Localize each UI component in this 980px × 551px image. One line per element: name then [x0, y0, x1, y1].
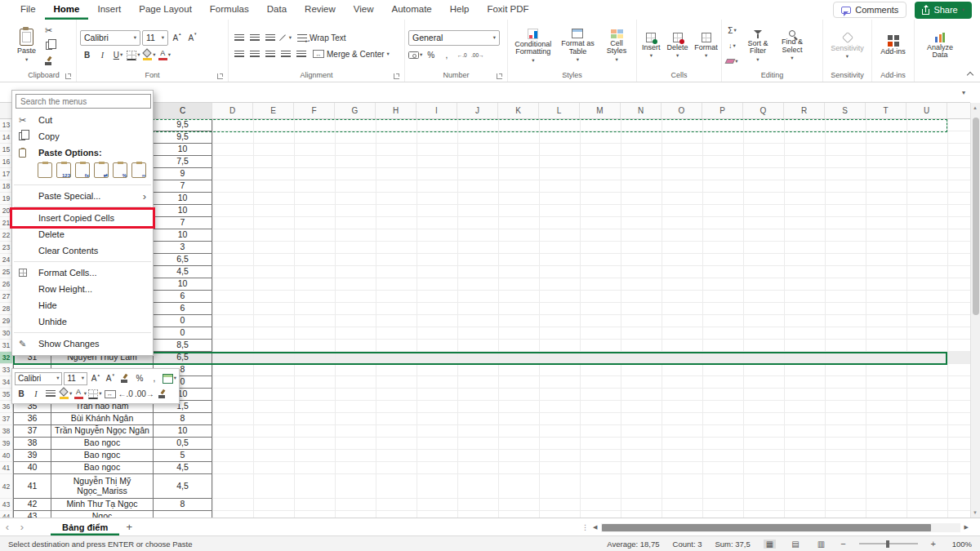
paste-link-button[interactable]: ∞ [131, 162, 146, 178]
cell-C22[interactable]: 10 [154, 229, 212, 242]
cell-C26[interactable]: 10 [154, 278, 212, 291]
column-header-L[interactable]: L [539, 103, 580, 118]
percent-style-button[interactable]: % [424, 49, 438, 62]
menu-item-cut[interactable]: ✂Cut [12, 112, 153, 128]
conditional-formatting-button[interactable]: Conditional Formatting▾ [511, 28, 555, 64]
mini-merge-button[interactable] [104, 388, 117, 401]
cell-C18[interactable]: 7 [154, 180, 212, 193]
row-header-44[interactable]: 44 [0, 511, 13, 518]
row-cells-filler[interactable] [212, 327, 970, 340]
dialog-launcher-icon[interactable] [394, 73, 399, 79]
cell-A44[interactable]: 43 [13, 511, 51, 518]
fill-color-button[interactable]: ▾ [142, 49, 156, 62]
italic-button[interactable]: I [96, 49, 109, 62]
cell-C40[interactable]: 5 [154, 450, 212, 462]
insert-cells-button[interactable]: Insert▾ [640, 32, 662, 60]
column-header-I[interactable]: I [416, 103, 457, 118]
row-cells-filler[interactable] [212, 119, 970, 131]
cell-C15[interactable]: 10 [154, 144, 212, 156]
ribbon-tab-data[interactable]: Data [258, 0, 296, 20]
cell-B43[interactable]: Minh Thư Tạ Ngọc [51, 499, 154, 511]
cell-C31[interactable]: 8,5 [154, 340, 212, 352]
row-cells-filler[interactable] [212, 340, 970, 352]
cell-C42[interactable]: 4,5 [154, 474, 212, 499]
scroll-right-icon[interactable]: ▶ [964, 524, 969, 531]
find-select-button[interactable]: Find & Select▾ [777, 29, 808, 61]
row-cells-filler[interactable] [212, 474, 970, 499]
menu-item-show-changes[interactable]: ✎Show Changes [12, 335, 153, 352]
menu-item-row-height[interactable]: Row Height... [12, 281, 153, 297]
format-as-table-button[interactable]: Format as Table▾ [559, 28, 598, 63]
cell-B39[interactable]: Bao ngoc [51, 438, 154, 450]
wrap-text-button[interactable]: Wrap Text [294, 33, 350, 43]
row-cells-filler[interactable] [212, 303, 970, 315]
cell-A42[interactable]: 41 [13, 474, 51, 499]
align-center-button[interactable] [247, 47, 261, 60]
ribbon-tab-page-layout[interactable]: Page Layout [130, 0, 201, 20]
zoom-level[interactable]: 100% [949, 540, 972, 549]
cell-C41[interactable]: 4,5 [154, 462, 212, 474]
ribbon-tab-home[interactable]: Home [45, 0, 89, 20]
column-header-S[interactable]: S [825, 103, 866, 118]
ribbon-tab-automate[interactable]: Automate [383, 0, 441, 20]
status-sum[interactable]: Sum: 37,5 [715, 540, 750, 549]
decrease-indent-button[interactable] [278, 47, 292, 60]
cell-C14[interactable]: 9,5 [154, 131, 212, 144]
dialog-launcher-icon[interactable] [497, 73, 502, 79]
cell-A43[interactable]: 42 [13, 499, 51, 511]
sheet-nav-next[interactable]: › [15, 521, 29, 533]
column-header-P[interactable]: P [702, 103, 743, 118]
align-left-button[interactable] [232, 47, 246, 60]
paste-values-button[interactable]: 123 [56, 162, 71, 178]
increase-indent-button[interactable] [294, 47, 308, 60]
cell-C17[interactable]: 9 [154, 168, 212, 180]
autosum-button[interactable]: Σ▾ [725, 24, 739, 37]
ribbon-tab-file[interactable]: File [11, 0, 45, 20]
zoom-in-button[interactable]: + [931, 539, 936, 549]
row-cells-filler[interactable] [212, 168, 970, 180]
column-header-R[interactable]: R [784, 103, 825, 118]
ribbon-tab-insert[interactable]: Insert [88, 0, 130, 20]
mini-font-color-button[interactable]: A▾ [74, 388, 87, 401]
ribbon-tab-formulas[interactable]: Formulas [201, 0, 258, 20]
cell-A41[interactable]: 40 [13, 462, 51, 474]
row-cells-filler[interactable] [212, 511, 970, 518]
row-cells-filler[interactable] [212, 291, 970, 303]
menu-item-insert-copied-cells[interactable]: Insert Copied Cells [12, 210, 153, 226]
mini-percent-button[interactable]: % [133, 372, 146, 385]
bold-button[interactable]: B [80, 49, 94, 62]
collapse-ribbon-button[interactable] [967, 72, 973, 78]
view-normal-button[interactable]: ▦ [764, 540, 776, 549]
row-cells-filler[interactable] [212, 376, 970, 389]
row-cells-filler[interactable] [212, 462, 970, 474]
scroll-up-icon[interactable]: ▲ [973, 105, 978, 110]
cell-C44[interactable] [154, 511, 212, 518]
row-header-37[interactable]: 37 [0, 413, 13, 425]
sort-filter-button[interactable]: Sort & Filter▾ [742, 29, 773, 63]
cell-B37[interactable]: Bùi Khánh Ngân [51, 413, 154, 425]
font-color-button[interactable]: A▾ [158, 49, 172, 62]
decrease-decimal-button[interactable]: .00→ [470, 49, 484, 62]
mini-comma-button[interactable]: , [148, 372, 161, 385]
cell-styles-button[interactable]: Cell Styles▾ [600, 29, 633, 63]
cell-A38[interactable]: 37 [13, 425, 51, 438]
row-header-41[interactable]: 41 [0, 462, 13, 474]
menu-item-unhide[interactable]: Unhide [12, 313, 153, 330]
mini-decrease-font-button[interactable]: A▾ [104, 372, 117, 385]
cell-C37[interactable]: 8 [154, 413, 212, 425]
cell-B42[interactable]: Nguyễn Thị Mỹ Ngọc_Mariss [51, 474, 154, 499]
paste-formulas-button[interactable]: fx [75, 162, 90, 178]
ribbon-tab-help[interactable]: Help [441, 0, 479, 20]
clear-button[interactable]: ▾ [725, 55, 739, 68]
column-header-U[interactable]: U [906, 103, 947, 118]
mini-format-painter-button[interactable] [118, 372, 131, 385]
cell-C27[interactable]: 6 [154, 291, 212, 303]
ribbon-tab-foxit-pdf[interactable]: Foxit PDF [478, 0, 537, 20]
increase-decimal-button[interactable]: ←.0 [455, 49, 469, 62]
sheet-nav-prev[interactable]: ‹ [0, 521, 15, 533]
cell-C19[interactable]: 10 [154, 193, 212, 205]
vertical-scrollbar-thumb[interactable] [973, 118, 979, 315]
row-cells-filler[interactable] [212, 499, 970, 511]
row-cells-filler[interactable] [212, 352, 970, 364]
scrollbar-splitter-icon[interactable]: ⋮ [581, 523, 589, 531]
